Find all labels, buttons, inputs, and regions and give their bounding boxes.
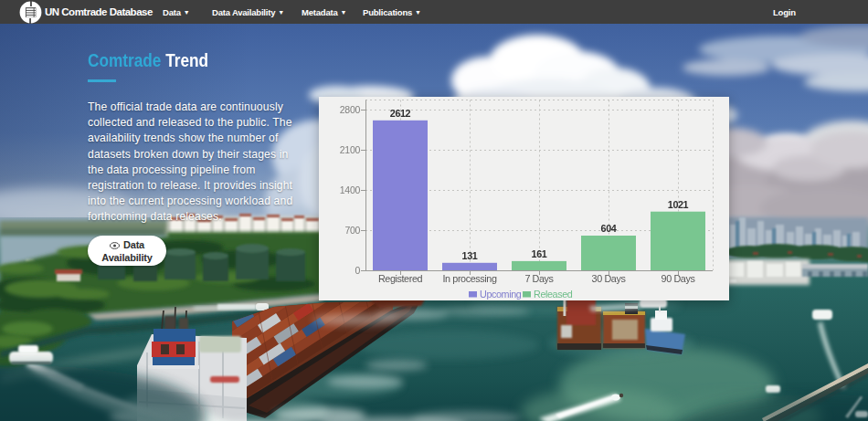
svg-text:1021: 1021: [668, 199, 689, 210]
svg-text:131: 131: [462, 250, 478, 261]
svg-text:0: 0: [355, 265, 360, 276]
svg-text:In processing: In processing: [442, 273, 496, 284]
svg-text:2800: 2800: [340, 104, 361, 115]
svg-text:2100: 2100: [340, 144, 361, 155]
svg-text:2612: 2612: [390, 108, 411, 119]
svg-text:Released: Released: [534, 289, 573, 300]
svg-text:1400: 1400: [340, 184, 361, 195]
svg-text:7 Days: 7 Days: [524, 273, 554, 284]
svg-text:Upcoming: Upcoming: [480, 289, 522, 300]
svg-text:30 Days: 30 Days: [592, 273, 627, 284]
svg-text:161: 161: [532, 248, 547, 259]
svg-text:604: 604: [601, 223, 617, 234]
svg-text:90 Days: 90 Days: [662, 273, 696, 284]
svg-text:Registered: Registered: [378, 273, 423, 284]
svg-text:700: 700: [344, 225, 360, 236]
